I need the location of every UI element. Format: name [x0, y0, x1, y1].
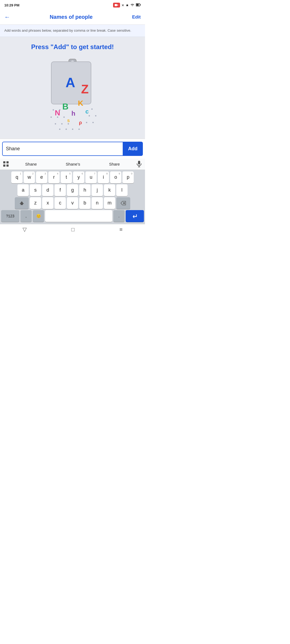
space-key[interactable]	[45, 210, 112, 222]
input-row: Add	[0, 139, 145, 159]
svg-rect-0	[115, 4, 117, 6]
app-bar: ← Names of people Edit	[0, 10, 145, 25]
svg-rect-4	[136, 4, 139, 6]
word-input[interactable]	[2, 142, 123, 156]
keyboard-key-rows: 1q 2w 3e 4r 5t 6y 7u 8i 9o 0p a s d f g …	[0, 170, 145, 210]
svg-rect-8	[6, 164, 9, 167]
status-icons: ⨯ ★	[113, 3, 141, 8]
hint-bar: Add words and phrases below, separated b…	[0, 25, 145, 37]
period-key[interactable]: .	[113, 210, 125, 222]
keyboard-suggestions-row: Shane Shane's Share	[0, 159, 145, 170]
key-g[interactable]: g	[67, 184, 78, 196]
battery-icon	[136, 3, 141, 8]
key-l[interactable]: l	[116, 184, 128, 196]
suggestion-2[interactable]: Share	[106, 161, 123, 167]
svg-rect-6	[6, 161, 9, 163]
letter-A: A	[66, 75, 75, 90]
comma-label: ,	[26, 214, 27, 218]
keyboard-grid-button[interactable]	[1, 159, 11, 169]
key-r[interactable]: 4r	[48, 171, 60, 183]
letter-s: s	[67, 118, 70, 123]
page-title: Names of people	[50, 14, 93, 20]
key-h[interactable]: h	[79, 184, 90, 196]
key-m[interactable]: m	[104, 197, 115, 209]
key-j[interactable]: j	[92, 184, 103, 196]
key-u[interactable]: 7u	[85, 171, 97, 183]
hint-text: Add words and phrases below, separated b…	[4, 28, 131, 32]
key-p[interactable]: 0p	[122, 171, 134, 183]
key-i[interactable]: 8i	[98, 171, 109, 183]
letter-c: c	[85, 108, 89, 115]
letter-p: ρ	[79, 120, 82, 126]
key-b[interactable]: b	[79, 197, 90, 209]
nav-menu-button[interactable]: ≡	[119, 226, 123, 233]
key-q[interactable]: 1q	[11, 171, 23, 183]
svg-marker-1	[117, 4, 118, 6]
keyboard: Shane Shane's Share 1q 2w 3e 4r 5t 6y 7u…	[0, 159, 145, 224]
key-o[interactable]: 9o	[110, 171, 121, 183]
letter-N: N	[55, 109, 60, 117]
key-s[interactable]: s	[30, 184, 41, 196]
edit-button[interactable]: Edit	[132, 14, 141, 20]
letter-Z: Z	[81, 82, 89, 96]
main-content: Press "Add" to get started! A Z	[0, 37, 145, 139]
svg-rect-5	[3, 161, 5, 163]
key-x[interactable]: x	[42, 197, 53, 209]
nav-home-button[interactable]: □	[71, 226, 75, 233]
enter-icon	[132, 214, 137, 218]
num-switch-key[interactable]: ?123	[1, 210, 19, 222]
shift-key[interactable]	[15, 197, 29, 209]
suggestion-0[interactable]: Shane	[22, 161, 40, 167]
suggestion-1[interactable]: Shane's	[63, 161, 84, 167]
bluetooth-icon: ⨯	[121, 3, 124, 7]
nav-back-button[interactable]: ▽	[23, 226, 27, 233]
emoji-label: 😊	[36, 214, 41, 218]
key-z[interactable]: z	[30, 197, 41, 209]
comma-key[interactable]: ,	[20, 210, 32, 222]
key-n[interactable]: n	[92, 197, 103, 209]
keyboard-bottom-row: ?123 , 😊 .	[0, 210, 145, 224]
letter-h: h	[71, 110, 75, 117]
status-time: 10:29 PM	[4, 3, 19, 7]
press-add-label: Press "Add" to get started!	[31, 43, 114, 51]
key-c[interactable]: c	[55, 197, 66, 209]
backspace-key[interactable]	[116, 197, 130, 209]
enter-key[interactable]	[126, 210, 144, 222]
back-button[interactable]: ←	[4, 14, 10, 21]
letter-K: K	[78, 99, 83, 108]
key-e[interactable]: 3e	[36, 171, 47, 183]
letter-B: B	[62, 102, 68, 112]
nav-bar: ▽ □ ≡	[0, 224, 145, 235]
add-button[interactable]: Add	[123, 142, 143, 156]
wifi-icon	[130, 3, 135, 8]
keyboard-row-1: 1q 2w 3e 4r 5t 6y 7u 8i 9o 0p	[1, 171, 144, 183]
svg-rect-7	[3, 164, 5, 167]
period-label: .	[118, 214, 119, 218]
svg-marker-12	[20, 201, 24, 205]
key-w[interactable]: 2w	[24, 171, 35, 183]
num-switch-label: ?123	[6, 214, 14, 218]
keyboard-row-2: a s d f g h j k l	[1, 184, 144, 196]
keyboard-suggestions: Shane Shane's Share	[11, 161, 134, 167]
signal-icon: ★	[126, 3, 129, 7]
clipboard-illustration: A Z B K N h c s ρ	[43, 56, 102, 137]
key-a[interactable]: a	[17, 184, 29, 196]
key-v[interactable]: v	[67, 197, 78, 209]
key-t[interactable]: 5t	[61, 171, 72, 183]
svg-rect-9	[138, 161, 140, 164]
key-y[interactable]: 6y	[73, 171, 84, 183]
key-f[interactable]: f	[55, 184, 66, 196]
recording-icon	[113, 3, 120, 8]
microphone-button[interactable]	[134, 159, 144, 169]
keyboard-row-3: z x c v b n m	[1, 197, 144, 209]
status-bar: 10:29 PM ⨯ ★	[0, 0, 145, 10]
svg-rect-3	[140, 4, 141, 6]
key-k[interactable]: k	[104, 184, 115, 196]
emoji-key[interactable]: 😊	[33, 210, 44, 222]
key-d[interactable]: d	[42, 184, 53, 196]
clipboard-board: A Z	[51, 61, 91, 104]
